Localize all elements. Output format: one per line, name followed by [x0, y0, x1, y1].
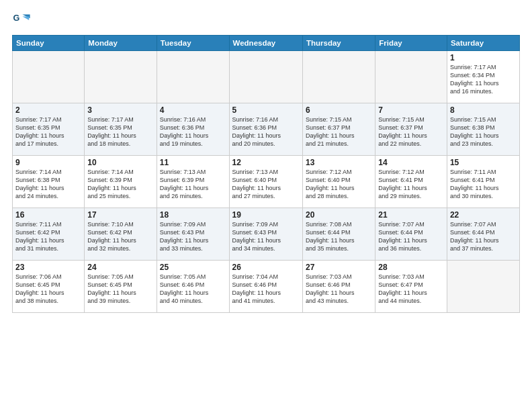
calendar-cell: 7Sunrise: 7:15 AM Sunset: 6:37 PM Daylig… — [375, 103, 447, 156]
day-number: 28 — [378, 263, 444, 272]
calendar-cell: 6Sunrise: 7:15 AM Sunset: 6:37 PM Daylig… — [302, 103, 375, 156]
svg-text:G: G — [13, 13, 19, 23]
day-info: Sunrise: 7:14 AM Sunset: 6:39 PM Dayligh… — [87, 168, 154, 201]
day-info: Sunrise: 7:16 AM Sunset: 6:36 PM Dayligh… — [232, 116, 300, 148]
weekday-header-saturday: Saturday — [447, 36, 519, 51]
day-number: 24 — [87, 263, 154, 272]
calendar-cell — [302, 51, 375, 103]
day-number: 8 — [450, 105, 517, 115]
svg-marker-2 — [22, 16, 29, 20]
logo: G — [12, 11, 32, 30]
calendar-cell — [447, 261, 519, 313]
day-number: 16 — [15, 210, 81, 220]
weekday-header-row: SundayMondayTuesdayWednesdayThursdayFrid… — [13, 36, 520, 51]
day-info: Sunrise: 7:10 AM Sunset: 6:42 PM Dayligh… — [87, 220, 154, 253]
calendar-cell: 4Sunrise: 7:16 AM Sunset: 6:36 PM Daylig… — [157, 103, 229, 156]
day-info: Sunrise: 7:08 AM Sunset: 6:44 PM Dayligh… — [306, 220, 372, 253]
calendar-cell: 28Sunrise: 7:03 AM Sunset: 6:47 PM Dayli… — [375, 261, 447, 313]
day-info: Sunrise: 7:12 AM Sunset: 6:41 PM Dayligh… — [378, 168, 444, 201]
calendar-cell — [157, 51, 229, 103]
calendar-cell: 9Sunrise: 7:14 AM Sunset: 6:38 PM Daylig… — [13, 156, 85, 208]
day-number: 3 — [87, 105, 154, 115]
calendar-cell: 25Sunrise: 7:05 AM Sunset: 6:46 PM Dayli… — [157, 261, 229, 313]
calendar-cell: 14Sunrise: 7:12 AM Sunset: 6:41 PM Dayli… — [375, 156, 447, 208]
day-info: Sunrise: 7:17 AM Sunset: 6:35 PM Dayligh… — [15, 116, 81, 148]
day-number: 15 — [450, 158, 517, 167]
calendar-cell: 18Sunrise: 7:09 AM Sunset: 6:43 PM Dayli… — [157, 208, 229, 261]
calendar-cell: 13Sunrise: 7:12 AM Sunset: 6:40 PM Dayli… — [302, 156, 375, 208]
week-row-2: 2Sunrise: 7:17 AM Sunset: 6:35 PM Daylig… — [13, 103, 520, 156]
day-number: 23 — [15, 263, 81, 272]
day-info: Sunrise: 7:13 AM Sunset: 6:39 PM Dayligh… — [160, 168, 226, 201]
calendar-cell: 2Sunrise: 7:17 AM Sunset: 6:35 PM Daylig… — [13, 103, 85, 156]
day-info: Sunrise: 7:15 AM Sunset: 6:37 PM Dayligh… — [378, 116, 444, 148]
day-number: 6 — [306, 105, 372, 115]
calendar-cell: 26Sunrise: 7:04 AM Sunset: 6:46 PM Dayli… — [229, 261, 302, 313]
day-number: 7 — [378, 105, 444, 115]
day-info: Sunrise: 7:03 AM Sunset: 6:47 PM Dayligh… — [378, 273, 444, 306]
calendar-cell: 19Sunrise: 7:09 AM Sunset: 6:43 PM Dayli… — [229, 208, 302, 261]
header: G — [12, 11, 520, 30]
weekday-header-monday: Monday — [85, 36, 157, 51]
weekday-header-sunday: Sunday — [13, 36, 85, 51]
calendar-table: SundayMondayTuesdayWednesdayThursdayFrid… — [12, 35, 520, 313]
day-number: 10 — [87, 158, 154, 167]
day-number: 27 — [306, 263, 372, 272]
weekday-header-wednesday: Wednesday — [229, 36, 302, 51]
calendar-cell: 15Sunrise: 7:11 AM Sunset: 6:41 PM Dayli… — [447, 156, 519, 208]
logo-icon: G — [12, 11, 31, 30]
day-number: 22 — [450, 210, 517, 220]
week-row-5: 23Sunrise: 7:06 AM Sunset: 6:45 PM Dayli… — [13, 261, 520, 313]
calendar-cell: 16Sunrise: 7:11 AM Sunset: 6:42 PM Dayli… — [13, 208, 85, 261]
page: G SundayMondayTuesdayWednesdayThursdayFr… — [0, 0, 532, 411]
calendar-cell: 23Sunrise: 7:06 AM Sunset: 6:45 PM Dayli… — [13, 261, 85, 313]
day-info: Sunrise: 7:09 AM Sunset: 6:43 PM Dayligh… — [160, 220, 226, 253]
day-info: Sunrise: 7:11 AM Sunset: 6:42 PM Dayligh… — [15, 220, 81, 253]
calendar-cell: 17Sunrise: 7:10 AM Sunset: 6:42 PM Dayli… — [85, 208, 157, 261]
weekday-header-friday: Friday — [375, 36, 447, 51]
day-number: 20 — [306, 210, 372, 220]
calendar-cell: 5Sunrise: 7:16 AM Sunset: 6:36 PM Daylig… — [229, 103, 302, 156]
calendar-cell — [13, 51, 85, 103]
week-row-3: 9Sunrise: 7:14 AM Sunset: 6:38 PM Daylig… — [13, 156, 520, 208]
calendar-cell: 8Sunrise: 7:15 AM Sunset: 6:38 PM Daylig… — [447, 103, 519, 156]
calendar-cell: 1Sunrise: 7:17 AM Sunset: 6:34 PM Daylig… — [447, 51, 519, 103]
day-number: 26 — [232, 263, 300, 272]
day-number: 21 — [378, 210, 444, 220]
day-info: Sunrise: 7:11 AM Sunset: 6:41 PM Dayligh… — [450, 168, 517, 201]
week-row-1: 1Sunrise: 7:17 AM Sunset: 6:34 PM Daylig… — [13, 51, 520, 103]
calendar-cell: 27Sunrise: 7:03 AM Sunset: 6:46 PM Dayli… — [302, 261, 375, 313]
day-number: 19 — [232, 210, 300, 220]
weekday-header-thursday: Thursday — [302, 36, 375, 51]
day-number: 17 — [87, 210, 154, 220]
day-number: 1 — [450, 53, 517, 62]
day-info: Sunrise: 7:05 AM Sunset: 6:46 PM Dayligh… — [160, 273, 226, 306]
day-info: Sunrise: 7:16 AM Sunset: 6:36 PM Dayligh… — [160, 116, 226, 148]
calendar-cell: 3Sunrise: 7:17 AM Sunset: 6:35 PM Daylig… — [85, 103, 157, 156]
day-info: Sunrise: 7:07 AM Sunset: 6:44 PM Dayligh… — [450, 220, 517, 253]
weekday-header-tuesday: Tuesday — [157, 36, 229, 51]
calendar-cell: 12Sunrise: 7:13 AM Sunset: 6:40 PM Dayli… — [229, 156, 302, 208]
calendar-cell — [375, 51, 447, 103]
day-number: 4 — [160, 105, 226, 115]
calendar-cell: 10Sunrise: 7:14 AM Sunset: 6:39 PM Dayli… — [85, 156, 157, 208]
day-number: 11 — [160, 158, 226, 167]
day-info: Sunrise: 7:09 AM Sunset: 6:43 PM Dayligh… — [232, 220, 300, 253]
day-info: Sunrise: 7:12 AM Sunset: 6:40 PM Dayligh… — [306, 168, 372, 201]
day-info: Sunrise: 7:17 AM Sunset: 6:34 PM Dayligh… — [450, 63, 517, 96]
day-number: 5 — [232, 105, 300, 115]
day-number: 14 — [378, 158, 444, 167]
calendar-cell: 22Sunrise: 7:07 AM Sunset: 6:44 PM Dayli… — [447, 208, 519, 261]
day-info: Sunrise: 7:14 AM Sunset: 6:38 PM Dayligh… — [15, 168, 81, 201]
day-number: 12 — [232, 158, 300, 167]
week-row-4: 16Sunrise: 7:11 AM Sunset: 6:42 PM Dayli… — [13, 208, 520, 261]
day-number: 13 — [306, 158, 372, 167]
day-number: 9 — [15, 158, 81, 167]
calendar-cell — [229, 51, 302, 103]
day-number: 25 — [160, 263, 226, 272]
day-number: 2 — [15, 105, 81, 115]
day-info: Sunrise: 7:03 AM Sunset: 6:46 PM Dayligh… — [306, 273, 372, 306]
day-info: Sunrise: 7:07 AM Sunset: 6:44 PM Dayligh… — [378, 220, 444, 253]
calendar-cell: 21Sunrise: 7:07 AM Sunset: 6:44 PM Dayli… — [375, 208, 447, 261]
day-info: Sunrise: 7:06 AM Sunset: 6:45 PM Dayligh… — [15, 273, 81, 306]
